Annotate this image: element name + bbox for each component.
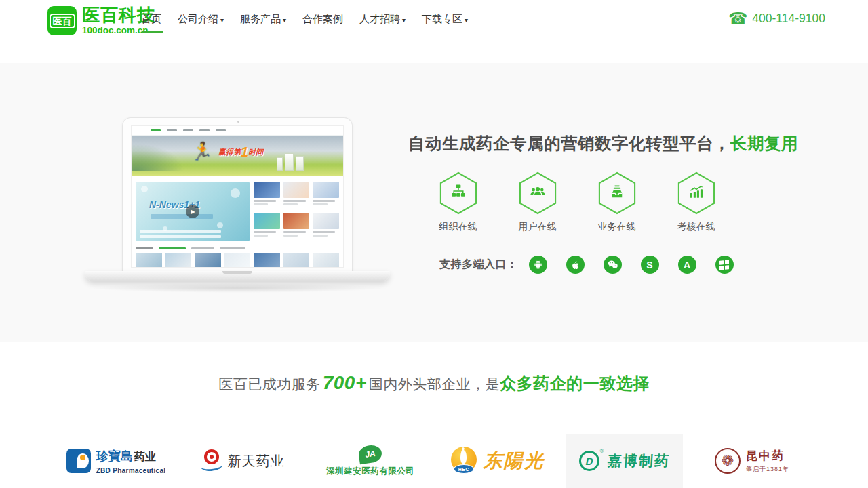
laptop-camera-dot [237, 121, 239, 123]
mock-product-boxes [277, 153, 304, 171]
mock-video-thumbnail: N-News1+1 ▶ [136, 182, 250, 241]
users-icon [518, 171, 557, 215]
partner-jianan[interactable]: JA 深圳建安医药有限公司 [312, 434, 429, 488]
xintian-logo-icon [202, 449, 222, 472]
feature-label: 用户在线 [519, 221, 557, 233]
stats-number: 700+ [323, 372, 367, 393]
apple-icon [566, 256, 585, 274]
logo-badge-icon: 医百 [47, 6, 77, 35]
feature-label: 组织在线 [439, 221, 477, 233]
chevron-down-icon: ▾ [283, 16, 286, 24]
play-button[interactable]: ▶ [186, 205, 199, 218]
hero-section: 🏃 赢得第1时间 N-News1+1 ▶ [0, 63, 868, 342]
mock-nav [132, 126, 343, 136]
chevron-down-icon: ▾ [402, 16, 406, 24]
laptop-screen: 🏃 赢得第1时间 N-News1+1 ▶ [131, 125, 344, 268]
mock-second-section [132, 244, 343, 268]
hero-title-highlight: 长期复用 [730, 134, 798, 152]
mini-program-icon: S [641, 256, 659, 274]
partner-logo-strip: 珍寶島药业 ZBD Pharmaceutical 新天药业 JA 深圳建安医药有… [0, 434, 868, 488]
platforms-label: 支持多端入口： [439, 258, 518, 272]
laptop-body: 🏃 赢得第1时间 N-News1+1 ▶ [122, 117, 353, 272]
hotline-number: 400-114-9100 [752, 12, 825, 26]
windows-icon [715, 256, 734, 274]
telephone-icon: ☎ [728, 11, 748, 26]
nav-item-downloads[interactable]: 下载专区▾ [422, 13, 468, 28]
feature-users: 用户在线 [498, 171, 577, 233]
chevron-down-icon: ▾ [220, 16, 224, 24]
nav-item-cases[interactable]: 合作案例 [302, 13, 343, 28]
feature-label: 考核在线 [677, 221, 715, 233]
zbd-logo-icon [66, 449, 91, 473]
jianan-logo-icon: JA [358, 443, 383, 464]
nav-item-home[interactable]: 首页 [141, 13, 161, 28]
partner-zbd[interactable]: 珍寶島药业 ZBD Pharmaceutical [58, 434, 174, 488]
app-store-icon: A [678, 256, 696, 274]
site-logo[interactable]: 医百 医百科技 100doc.com.cn [47, 6, 155, 35]
chevron-down-icon: ▾ [465, 16, 468, 24]
stats-headline: 医百已成功服务700+国内外头部企业，是众多药企的一致选择 [0, 372, 868, 394]
runner-icon: 🏃 [190, 141, 215, 162]
hotline[interactable]: ☎ 400-114-9100 [728, 11, 825, 26]
mock-hill [132, 144, 184, 171]
feature-list: 组织在线 用户在线 [418, 171, 736, 233]
laptop-shadow [90, 283, 384, 293]
partner-jiabo[interactable]: D ® 嘉博制药 [566, 434, 683, 488]
kunzhongyao-logo-icon: ❁ [715, 448, 741, 474]
partner-xintian[interactable]: 新天药业 [185, 434, 302, 488]
feature-business: 业务在线 [577, 171, 656, 233]
hero-title: 自动生成药企专属的营销数字化转型平台，长期复用 [408, 132, 798, 155]
feature-organization: 组织在线 [418, 171, 498, 233]
nav-item-careers[interactable]: 人才招聘▾ [359, 13, 406, 28]
inbox-icon [597, 171, 637, 215]
bar-chart-icon [677, 171, 716, 215]
top-header: 医百 医百科技 100doc.com.cn 首页 公司介绍▾ 服务产品▾ 合作案… [0, 0, 868, 63]
nav-item-company[interactable]: 公司介绍▾ [178, 13, 224, 28]
feature-assessment: 考核在线 [656, 171, 736, 233]
main-nav: 首页 公司介绍▾ 服务产品▾ 合作案例 人才招聘▾ 下载专区▾ [141, 13, 468, 28]
play-icon: ▶ [191, 209, 195, 215]
laptop-base [85, 271, 390, 281]
mock-banner-text: 赢得第1时间 [218, 144, 263, 160]
stats-highlight: 众多药企的一致选择 [500, 374, 650, 392]
laptop-mockup: 🏃 赢得第1时间 N-News1+1 ▶ [85, 95, 390, 298]
nav-item-products[interactable]: 服务产品▾ [240, 13, 286, 28]
platforms-row: 支持多端入口： [439, 256, 734, 274]
mock-news-grid [254, 182, 339, 241]
feature-label: 业务在线 [598, 221, 636, 233]
android-icon [529, 256, 547, 274]
mock-banner: 🏃 赢得第1时间 [132, 136, 343, 176]
hec-logo-icon: HEC [451, 447, 478, 475]
partner-hec[interactable]: HEC 东陽光 [439, 434, 556, 488]
partner-kunzhongyao[interactable]: ❁ 昆中药 肇启于1381年 [694, 434, 810, 488]
mock-video-subtitle-bar [151, 214, 213, 219]
wechat-icon [604, 256, 622, 274]
jiabo-logo-icon: D ® [579, 449, 602, 472]
mock-video-caption-bar [140, 235, 221, 238]
org-chart-icon [439, 171, 478, 215]
